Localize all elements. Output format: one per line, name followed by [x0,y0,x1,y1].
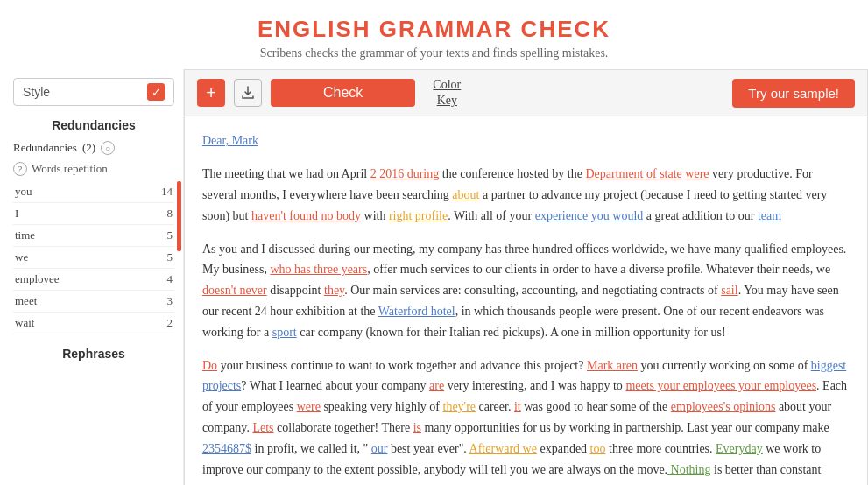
error-sport[interactable]: sport [272,326,297,339]
error-date[interactable]: 2 2016 during [370,167,440,180]
word-list-container: you14 I8 time5 we5 employee4 meet3 wait2 [13,181,174,334]
error-is[interactable]: is [413,421,421,434]
right-panel: + Check ColorKey Try our sample! Dear, M… [184,69,868,485]
sample-button[interactable]: Try our sample! [732,79,855,108]
list-item[interactable]: time5 [13,225,174,247]
rephrases-title: Rephrases [13,347,174,361]
style-toggle-button[interactable]: Style ✓ [13,78,174,106]
error-who[interactable]: who has three years [270,263,367,276]
redundancies-count: (2) [82,141,95,155]
sidebar: Style ✓ Redundancies Redundancies (2) ○ … [0,69,184,485]
scrollbar-indicator[interactable] [177,181,181,251]
error-they[interactable]: they [324,284,344,297]
redundancies-summary[interactable]: Redundancies (2) ○ [13,139,174,157]
add-button[interactable]: + [197,79,225,107]
toolbar: + Check ColorKey Try our sample! [184,69,868,116]
download-button[interactable] [234,79,262,107]
error-too[interactable]: too [590,442,606,455]
error-meets[interactable]: meets your employees your employees [625,379,816,392]
redundancies-title: Redundancies [13,118,174,132]
error-everyday[interactable]: Everyday [716,442,763,455]
list-item[interactable]: employee4 [13,269,174,291]
error-it[interactable]: it [514,400,521,413]
list-item[interactable]: I8 [13,203,174,225]
greeting-line: Dear, Mark [202,130,850,151]
style-checkmark-icon: ✓ [147,83,165,101]
error-were[interactable]: were [685,167,709,180]
words-rep-label: Words repetition [32,162,108,176]
word-frequency-list: you14 I8 time5 we5 employee4 meet3 wait2 [13,181,174,334]
error-doesnt[interactable]: doesn't never [202,284,267,297]
download-icon [240,85,256,101]
greeting-text[interactable]: Dear, Mark [202,134,258,147]
paragraph-2: As you and I discussed during our meetin… [202,239,850,343]
error-our[interactable]: our [371,442,388,455]
error-do[interactable]: Do [202,359,217,372]
error-theyre[interactable]: they're [443,400,476,413]
error-team[interactable]: team [758,209,781,222]
help-icon: ? [13,162,27,176]
redundancies-circle-icon: ○ [101,141,115,155]
error-experience[interactable]: experience you would [535,209,644,222]
error-mark-aren[interactable]: Mark aren [587,359,638,372]
page-subtitle: Scribens checks the grammar of your text… [0,46,868,60]
error-employees[interactable]: employees's opinions [671,400,776,413]
error-were[interactable]: were [297,400,321,413]
error-afterward[interactable]: Afterward we [469,442,537,455]
editor-area[interactable]: Dear, Mark The meeting that we had on Ap… [185,116,867,485]
paragraph-1: The meeting that we had on April 2 2016 … [202,164,850,226]
paragraph-3: Do your business continue to want to wor… [202,355,850,485]
error-right-profile[interactable]: right profile [389,209,448,222]
error-amount[interactable]: 2354687$ [202,442,251,455]
page-title: ENGLISH GRAMMAR CHECK [0,16,868,43]
content-wrapper: Dear, Mark The meeting that we had on Ap… [184,116,868,485]
color-key-button[interactable]: ColorKey [433,77,461,109]
redundancies-label: Redundancies [13,141,77,155]
style-label: Style [23,85,50,99]
list-item[interactable]: wait2 [13,313,174,334]
error-nothing[interactable]: Nothing [667,463,710,476]
error-dept[interactable]: Department of state [585,167,681,180]
words-repetition-section[interactable]: ? Words repetition [13,162,174,176]
list-item[interactable]: you14 [13,181,174,203]
error-sail[interactable]: sail [721,284,737,297]
error-about[interactable]: about [452,188,479,201]
list-item[interactable]: we5 [13,247,174,269]
list-item[interactable]: meet3 [13,291,174,313]
error-havent[interactable]: haven't found no body [251,209,361,222]
error-waterford[interactable]: Waterford hotel [378,305,455,318]
page-header: ENGLISH GRAMMAR CHECK Scribens checks th… [0,0,868,69]
check-button[interactable]: Check [271,79,415,107]
error-lets[interactable]: Lets [252,421,273,434]
main-layout: Style ✓ Redundancies Redundancies (2) ○ … [0,69,868,485]
error-are[interactable]: are [429,379,444,392]
